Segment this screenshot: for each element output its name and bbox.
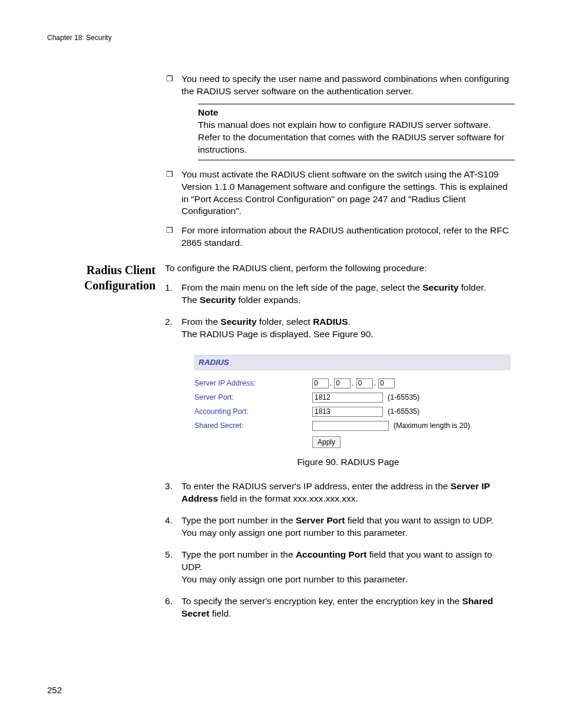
section-intro: To configure the RADIUS client, perform … <box>165 262 515 275</box>
accounting-port-hint: (1-65535) <box>388 407 419 417</box>
ip-octet-2[interactable]: 0 <box>334 378 351 388</box>
step-1: From the main menu on the left side of t… <box>165 282 515 307</box>
note-block: Note This manual does not explain how to… <box>198 104 515 160</box>
running-header: Chapter 18: Security <box>47 33 515 42</box>
ip-octet-3[interactable]: 0 <box>356 378 373 388</box>
shared-secret-label: Shared Secret: <box>194 421 312 431</box>
page-number: 252 <box>47 684 62 696</box>
section-heading: Radius Client Configuration <box>47 262 156 293</box>
accounting-port-label: Accounting Port: <box>194 407 312 417</box>
dot-icon: . <box>374 378 377 388</box>
bullet-item: For more information about the RADIUS au… <box>165 225 515 249</box>
server-port-hint: (1-65535) <box>388 393 419 403</box>
step-2: From the Security folder, select RADIUS.… <box>165 316 515 469</box>
figure-radius: RADIUS Server IP Address: 0. 0. 0. 0 <box>194 355 515 448</box>
page: Chapter 18: Security You need to specify… <box>0 0 562 728</box>
accounting-port-input[interactable]: 1813 <box>312 407 383 417</box>
shared-secret-hint: (Maximum length is 20) <box>394 421 470 431</box>
apply-button[interactable]: Apply <box>312 436 340 448</box>
step-6: To specify the server's encryption key, … <box>165 595 515 620</box>
ip-octet-1[interactable]: 0 <box>312 378 329 388</box>
step-5: Type the port number in the Accounting P… <box>165 549 515 586</box>
note-title: Note <box>198 107 515 119</box>
server-port-input[interactable]: 1812 <box>312 393 383 403</box>
bullet-text: You need to specify the user name and pa… <box>181 74 509 96</box>
dot-icon: . <box>352 378 355 388</box>
server-ip-label: Server IP Address: <box>194 378 312 388</box>
ip-octet-4[interactable]: 0 <box>378 378 395 388</box>
bullet-item: You need to specify the user name and pa… <box>165 73 515 160</box>
figure-caption: Figure 90. RADIUS Page <box>181 456 515 469</box>
step-4: Type the port number in the Server Port … <box>165 515 515 539</box>
bullet-item: You must activate the RADIUS client soft… <box>165 169 515 218</box>
radius-panel-title: RADIUS <box>194 355 510 370</box>
server-port-label: Server Port: <box>194 393 312 403</box>
step-3: To enter the RADIUS server's IP address,… <box>165 480 515 505</box>
dot-icon: . <box>330 378 333 388</box>
note-body: This manual does not explain how to conf… <box>198 119 515 156</box>
shared-secret-input[interactable] <box>312 421 389 431</box>
